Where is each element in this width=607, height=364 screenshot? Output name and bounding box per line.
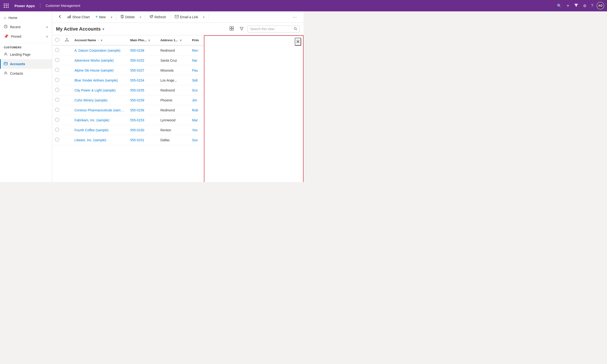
address1-header[interactable]: Address 1... ∨ [158,35,189,45]
primary-cell[interactable]: Nar [189,55,204,65]
primary-cell[interactable]: Pau [189,65,204,75]
primary-header[interactable]: Prim [189,35,204,45]
waffle-menu[interactable] [3,3,10,9]
filter-button[interactable] [238,25,246,33]
table-row[interactable]: City Power & Light (sample) 555-0155 Red… [52,85,204,95]
address1-cell: Redmond [158,105,189,115]
main-phone-cell[interactable]: 555-0152 [127,55,158,65]
refresh-button[interactable]: Refresh [147,13,168,21]
account-name-cell[interactable]: Fourth Coffee (sample) [72,125,127,135]
main-phone-cell[interactable]: 555-0158 [127,45,158,55]
primary-cell[interactable]: Jim [189,95,204,105]
pinned-icon: 📌 [4,34,9,39]
more-commands-button[interactable]: ⋯ [290,13,300,21]
account-name-filter-icon[interactable]: ∨ [101,39,102,42]
table-row[interactable]: Contoso Pharmaceuticals (sample) 555-015… [52,105,204,115]
row-checkbox[interactable] [55,68,59,72]
main-layout: ⌂ Home Recent ∨ 📌 Pinned ∨ Customers Lan… [0,11,304,182]
sidebar-item-pinned[interactable]: 📌 Pinned ∨ [0,32,52,41]
table-row[interactable]: Litware, Inc. (sample) 555-0151 Dallas S… [52,135,204,145]
delete-dropdown-chevron[interactable]: ∨ [138,14,143,20]
table-row[interactable]: Adventure Works (sample) 555-0152 Santa … [52,55,204,65]
delete-button[interactable]: Delete [118,13,137,21]
panel-content-label: Custom Page [204,36,303,182]
view-title[interactable]: My Active Accounts ∨ [56,26,105,32]
svg-rect-10 [230,29,231,30]
primary-cell[interactable]: Mar [189,115,204,125]
main-phone-sort-icon: ∨ [148,39,150,42]
sidebar-item-landing-page[interactable]: Landing Page [0,50,52,59]
account-name-cell[interactable]: Adventure Works (sample) [72,55,127,65]
email-link-button[interactable]: Email a Link [172,13,200,20]
primary-cell[interactable]: Ren [189,45,204,55]
table-row[interactable]: Coho Winery (sample) 555-0159 Phoenix Ji… [52,95,204,105]
view-header: My Active Accounts ∨ [52,23,304,35]
cmd-divider-2 [145,14,145,20]
main-phone-cell[interactable]: 555-0154 [127,75,158,85]
search-input[interactable] [250,27,292,31]
primary-cell[interactable]: Sidr [189,75,204,85]
row-checkbox[interactable] [55,98,59,102]
accounts-table: Account Name ↑ ∨ Main Pho... ∨ Address 1… [52,35,204,145]
main-phone-header[interactable]: Main Pho... ∨ [127,35,158,45]
account-name-cell[interactable]: Blue Yonder Airlines (sample) [72,75,127,85]
main-phone-cell[interactable]: 555-0159 [127,95,158,105]
sidebar-item-recent[interactable]: Recent ∨ [0,22,52,32]
view-layout-button[interactable] [228,25,236,33]
primary-cell[interactable]: Sco [189,85,204,95]
svg-rect-7 [175,15,179,18]
sidebar-item-accounts[interactable]: Accounts [0,59,52,69]
account-name-sort-icon: ↑ [98,39,99,42]
row-checkbox[interactable] [55,78,59,82]
table-row[interactable]: Fourth Coffee (sample) 555-0150 Renton Y… [52,125,204,135]
email-icon [175,15,179,19]
primary-cell[interactable]: Rob [189,105,204,115]
email-dropdown-chevron[interactable]: ∨ [201,14,206,20]
account-name-cell[interactable]: Litware, Inc. (sample) [72,135,127,145]
table-row[interactable]: Fabrikam, Inc. (sample) 555-0153 Lynnwoo… [52,115,204,125]
more-icon: ⋯ [293,14,297,20]
main-phone-cell[interactable]: 555-0151 [127,135,158,145]
account-name-cell[interactable]: Coho Winery (sample) [72,95,127,105]
main-phone-cell[interactable]: 555-0150 [127,125,158,135]
sidebar: ⌂ Home Recent ∨ 📌 Pinned ∨ Customers Lan… [0,11,52,182]
select-all-header[interactable] [52,35,62,45]
row-checkbox[interactable] [55,88,59,92]
show-chart-button[interactable]: Show Chart [65,13,92,21]
primary-cell[interactable]: Yvo [189,125,204,135]
new-button[interactable]: + New [93,13,108,21]
account-name-cell[interactable]: Alpine Ski House (sample) [72,65,127,75]
row-checkbox[interactable] [55,128,59,132]
delete-icon [120,15,124,19]
sidebar-item-home[interactable]: ⌂ Home [0,13,52,22]
row-checkbox[interactable] [55,137,59,142]
account-name-cell[interactable]: Contoso Pharmaceuticals (sample) [72,105,127,115]
account-name-cell[interactable]: Fabrikam, Inc. (sample) [72,115,127,125]
sidebar-item-contacts[interactable]: Contacts [0,69,52,78]
table-row[interactable]: A. Datum Corporation (sample) 555-0158 R… [52,45,204,55]
main-phone-cell[interactable]: 555-0153 [127,115,158,125]
table-row[interactable]: Alpine Ski House (sample) 555-0157 Misso… [52,65,204,75]
panel-close-button[interactable]: ✕ [295,38,301,46]
row-checkbox[interactable] [55,108,59,112]
new-dropdown-chevron[interactable]: ∨ [109,14,114,20]
new-icon: + [95,14,98,19]
svg-rect-11 [232,29,234,30]
account-name-cell[interactable]: City Power & Light (sample) [72,85,127,95]
row-checkbox[interactable] [55,117,59,122]
row-checkbox[interactable] [55,58,59,62]
account-name-cell[interactable]: A. Datum Corporation (sample) [72,45,127,55]
main-phone-cell[interactable]: 555-0156 [127,105,158,115]
back-button[interactable] [56,13,64,21]
recent-chevron: ∨ [46,25,48,29]
svg-point-13 [66,38,67,39]
primary-cell[interactable]: Sus [189,135,204,145]
table-row[interactable]: Blue Yonder Airlines (sample) 555-0154 L… [52,75,204,85]
row-checkbox[interactable] [55,48,59,52]
search-box[interactable] [248,26,300,32]
account-name-header[interactable]: Account Name ↑ ∨ [72,35,127,45]
search-submit-icon[interactable] [294,27,297,31]
view-title-chevron: ∨ [102,27,105,31]
main-phone-cell[interactable]: 555-0155 [127,85,158,95]
main-phone-cell[interactable]: 555-0157 [127,65,158,75]
